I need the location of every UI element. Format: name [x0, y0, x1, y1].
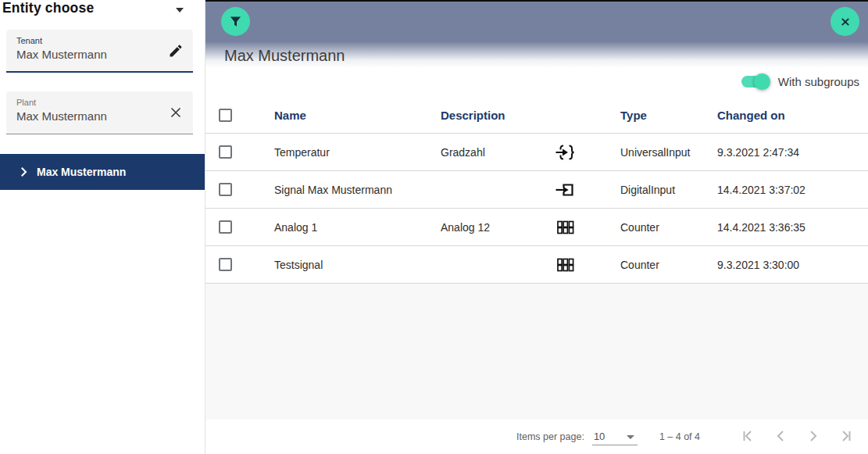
page-title: Max Mustermann [224, 47, 345, 65]
cell-description: Analog 12 [441, 221, 549, 234]
last-page-icon [837, 427, 855, 445]
with-subgroups-toggle[interactable] [741, 72, 770, 91]
chevron-right-icon[interactable] [16, 165, 30, 179]
collapse-caret-icon[interactable] [176, 8, 184, 13]
sidebar-item-label: Max Mustermann [37, 166, 126, 178]
items-per-page-select[interactable]: 10 [592, 428, 638, 445]
tenant-field-value: Max Mustermann [16, 48, 184, 61]
items-per-page-value: 10 [594, 431, 605, 442]
toggle-thumb[interactable] [754, 73, 770, 90]
table-row[interactable]: Signal Max Mustermann DigitalInput 14.4.… [205, 171, 868, 209]
cell-type: DigitalInput [620, 184, 717, 196]
tenant-field-label: Tenant [16, 36, 184, 45]
cell-name: Temperatur [274, 146, 441, 159]
counter-icon [549, 256, 620, 274]
cell-name: Signal Max Mustermann [274, 184, 441, 196]
sidebar-item-max-mustermann[interactable]: Max Mustermann [0, 154, 205, 190]
filter-button[interactable] [221, 7, 250, 36]
counter-icon [549, 218, 620, 237]
plant-field-value: Max Mustermann [16, 109, 184, 123]
subgroups-toggle-row: With subgroups [741, 72, 859, 91]
clear-x-icon[interactable] [168, 105, 184, 120]
previous-page-button[interactable] [770, 427, 791, 447]
first-page-button[interactable] [738, 427, 758, 447]
column-header-type: Type [620, 109, 717, 122]
table-paginator: Items per page: 10 1 – 4 of 4 [205, 420, 868, 454]
page-range-label: 1 – 4 of 4 [659, 431, 700, 442]
cell-changed-on: 14.4.2021 3:36:35 [717, 221, 868, 234]
panel-header-bar [205, 2, 868, 41]
items-per-page-label: Items per page: [516, 431, 584, 442]
with-subgroups-label: With subgroups [778, 75, 859, 88]
select-all-checkbox[interactable] [219, 109, 232, 122]
table-row[interactable]: Testsignal Counter 9.3.2021 3:30:00 [205, 246, 868, 284]
cell-type: Counter [620, 259, 717, 271]
cell-changed-on: 14.4.2021 3:37:02 [717, 184, 868, 196]
cell-changed-on: 9.3.2021 2:47:34 [717, 146, 868, 159]
select-caret-icon [627, 435, 634, 439]
row-checkbox[interactable] [219, 258, 232, 271]
next-page-icon [804, 427, 823, 445]
cell-name: Testsignal [274, 259, 441, 271]
next-page-button[interactable] [803, 427, 823, 447]
cell-name: Analog 1 [274, 221, 441, 234]
cell-changed-on: 9.3.2021 3:30:00 [717, 259, 868, 271]
row-checkbox[interactable] [219, 220, 232, 234]
cell-type: UniversalInput [620, 146, 717, 159]
universal-input-icon [549, 143, 620, 162]
entity-choose-title: Entity choose [2, 0, 94, 16]
signals-table: Name Description Type Changed on Tempera… [205, 97, 868, 284]
table-empty-area [205, 284, 868, 420]
digital-input-icon [549, 181, 620, 199]
plant-field[interactable]: Plant Max Mustermann [6, 91, 193, 134]
funnel-icon [227, 13, 244, 30]
entity-choose-header[interactable]: Entity choose [2, 0, 198, 20]
entity-sidebar: Entity choose Tenant Max Mustermann Plan… [0, 0, 205, 454]
column-header-description: Description [441, 109, 549, 122]
close-button[interactable] [830, 7, 859, 36]
last-page-button[interactable] [836, 427, 856, 447]
table-row[interactable]: Temperatur Gradzahl UniversalInput 9.3.2… [205, 134, 868, 171]
column-header-changed-on: Changed on [717, 109, 868, 122]
tenant-field[interactable]: Tenant Max Mustermann [6, 30, 193, 73]
previous-page-icon [771, 427, 790, 445]
row-checkbox[interactable] [219, 183, 232, 196]
close-x-icon [838, 14, 853, 30]
first-page-icon [738, 427, 757, 445]
signals-overlay-panel: Max Mustermann With subgroups Name Descr… [205, 0, 868, 454]
edit-pencil-icon[interactable] [168, 43, 184, 59]
table-row[interactable]: Analog 1 Analog 12 Counter 14.4.2021 3:3… [205, 209, 868, 246]
table-header-row: Name Description Type Changed on [205, 97, 868, 134]
column-header-name: Name [274, 109, 441, 122]
plant-field-label: Plant [16, 98, 184, 107]
cell-type: Counter [620, 221, 717, 234]
row-checkbox[interactable] [219, 145, 232, 159]
cell-description: Gradzahl [441, 146, 549, 159]
